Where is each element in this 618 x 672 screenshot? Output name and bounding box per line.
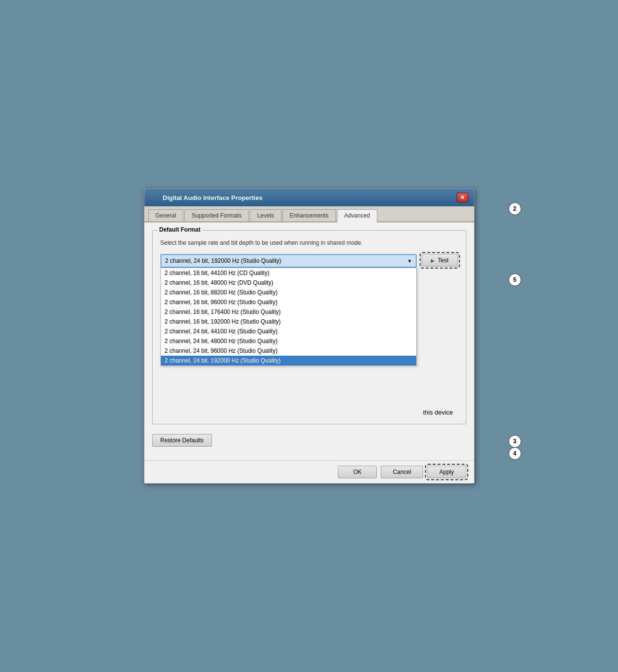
list-item[interactable]: 2 channel, 24 bit, 96000 Hz (Studio Qual… — [161, 346, 417, 356]
selected-format-label: 2 channel, 24 bit, 192000 Hz (Studio Qua… — [165, 257, 407, 264]
close-button[interactable]: ✕ — [457, 193, 468, 202]
test-button-label: Test — [438, 257, 448, 264]
list-item-selected[interactable]: 2 channel, 24 bit, 192000 Hz (Studio Qua… — [161, 356, 417, 365]
dropdown-container: 2 channel, 24 bit, 192000 Hz (Studio Qua… — [160, 254, 417, 268]
list-item[interactable]: 2 channel, 16 bit, 192000 Hz (Studio Qua… — [161, 317, 417, 327]
cancel-button[interactable]: Cancel — [381, 466, 423, 478]
list-item[interactable]: 2 channel, 16 bit, 176400 Hz (Studio Qua… — [161, 307, 417, 317]
tab-levels[interactable]: Levels — [250, 209, 282, 221]
dialog: 🎵 Digital Audio Interface Properties ✕ G… — [144, 188, 475, 484]
annotation-2: 2 — [509, 202, 521, 215]
this-device-text: this device — [423, 409, 453, 416]
format-row: 2 channel, 24 bit, 192000 Hz (Studio Qua… — [160, 254, 458, 268]
format-dropdown-selected[interactable]: 2 channel, 24 bit, 192000 Hz (Studio Qua… — [160, 254, 417, 268]
apply-button[interactable]: Apply — [427, 466, 466, 478]
audio-icon: 🎵 — [150, 193, 159, 202]
annotation-3: 3 — [509, 435, 521, 448]
tab-advanced[interactable]: Advanced — [337, 209, 377, 222]
dialog-wrapper: 2 5 3 4 🎵 Digital Audio Interface Proper… — [144, 188, 475, 484]
play-icon: ▶ — [431, 258, 435, 263]
restore-section: Restore Defaults — [152, 434, 466, 447]
chevron-down-icon: ▼ — [407, 258, 412, 264]
dialog-title: Digital Audio Interface Properties — [163, 194, 263, 201]
list-item[interactable]: 2 channel, 16 bit, 44100 Hz (CD Quality) — [161, 268, 417, 278]
content-area: Default Format Select the sample rate an… — [144, 222, 474, 460]
title-bar-left: 🎵 Digital Audio Interface Properties — [150, 193, 263, 202]
this-device-section: this device — [160, 409, 458, 416]
group-title: Default Format — [158, 226, 203, 233]
title-bar: 🎵 Digital Audio Interface Properties ✕ — [144, 189, 474, 206]
annotation-5: 5 — [509, 273, 521, 286]
tab-supported-formats[interactable]: Supported Formats — [184, 209, 249, 221]
default-format-group: Default Format Select the sample rate an… — [152, 230, 466, 424]
tab-enhancements[interactable]: Enhancements — [283, 209, 336, 221]
list-item[interactable]: 2 channel, 24 bit, 44100 Hz (Studio Qual… — [161, 327, 417, 336]
tab-general[interactable]: General — [148, 209, 184, 221]
ok-button[interactable]: OK — [338, 466, 377, 478]
list-item[interactable]: 2 channel, 24 bit, 48000 Hz (Studio Qual… — [161, 336, 417, 346]
list-item[interactable]: 2 channel, 16 bit, 96000 Hz (Studio Qual… — [161, 297, 417, 307]
list-item[interactable]: 2 channel, 16 bit, 88200 Hz (Studio Qual… — [161, 288, 417, 297]
annotation-4: 4 — [509, 447, 521, 460]
test-button[interactable]: ▶ Test — [422, 254, 458, 267]
dropdown-list: 2 channel, 16 bit, 44100 Hz (CD Quality)… — [160, 268, 417, 366]
dialog-footer: OK Cancel Apply — [144, 460, 474, 483]
test-button-wrapper: ▶ Test — [422, 254, 458, 267]
format-description: Select the sample rate and bit depth to … — [160, 238, 458, 247]
restore-defaults-button[interactable]: Restore Defaults — [152, 434, 212, 447]
tabs-bar: General Supported Formats Levels Enhance… — [144, 206, 474, 222]
list-item[interactable]: 2 channel, 16 bit, 48000 Hz (DVD Quality… — [161, 278, 417, 288]
